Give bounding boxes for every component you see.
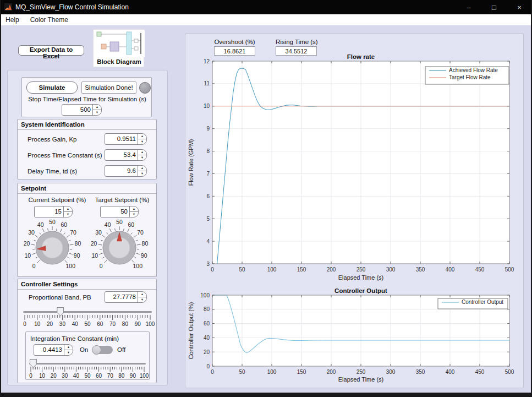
svg-text:0: 0 xyxy=(206,363,210,369)
spinner-up-button[interactable]: ▲ xyxy=(64,345,73,350)
stop-time-spinner[interactable]: 500 ▲ ▼ xyxy=(62,104,102,116)
flow-rate-chart: 0501001502002503003504004505003456789101… xyxy=(185,53,524,284)
setpoint-panel: Setpoint Current Setpoint (%) Target Set… xyxy=(17,183,157,277)
svg-text:70: 70 xyxy=(70,229,76,236)
spinner-down-button[interactable]: ▼ xyxy=(64,212,72,217)
svg-text:5: 5 xyxy=(206,216,210,222)
integration-time-spinner[interactable]: 0.4413 ▲ ▼ xyxy=(34,344,73,356)
svg-text:100: 100 xyxy=(65,263,75,269)
svg-text:10: 10 xyxy=(204,103,210,109)
proportional-band-slider[interactable]: 0102030405060708090100 xyxy=(23,306,152,328)
svg-text:80: 80 xyxy=(75,240,81,247)
spinner-down-button[interactable]: ▼ xyxy=(138,139,146,144)
spinner-buttons: ▲ ▼ xyxy=(63,206,72,217)
export-data-button[interactable]: Export Data to Excel xyxy=(18,45,84,56)
svg-text:30: 30 xyxy=(28,229,35,236)
block-diagram-thumbnail[interactable] xyxy=(94,30,145,57)
svg-text:450: 450 xyxy=(475,369,485,375)
spinner-down-button[interactable]: ▼ xyxy=(138,297,146,302)
svg-text:10: 10 xyxy=(24,252,31,259)
spinner-down-button[interactable]: ▼ xyxy=(130,212,138,217)
svg-text:0: 0 xyxy=(32,263,36,269)
spinner-up-button[interactable]: ▲ xyxy=(138,134,146,139)
svg-text:Elapsed Time (s): Elapsed Time (s) xyxy=(338,376,384,383)
process-time-constant-input[interactable]: 53.4 xyxy=(105,150,138,160)
spinner-up-button[interactable]: ▲ xyxy=(138,292,146,297)
svg-text:30: 30 xyxy=(95,229,102,236)
slider-tick-label: 10 xyxy=(31,321,44,327)
stop-time-input[interactable]: 500 xyxy=(62,105,92,115)
spinner-up-button[interactable]: ▲ xyxy=(138,150,146,155)
integration-switch[interactable] xyxy=(93,346,113,354)
current-setpoint-knob[interactable]: 0102030405060708090100 xyxy=(20,219,85,276)
spinner-buttons: ▲ ▼ xyxy=(138,134,146,144)
target-setpoint-spinner[interactable]: 50 ▲ ▼ xyxy=(100,206,139,217)
simulation-lamp xyxy=(139,82,151,94)
svg-text:80: 80 xyxy=(142,240,149,247)
target-setpoint-knob[interactable]: 0102030405060708090100 xyxy=(87,219,152,276)
svg-text:Controller Output: Controller Output xyxy=(334,287,387,294)
spinner-up-button[interactable]: ▲ xyxy=(93,105,101,110)
delay-time-spinner[interactable]: 9.6 ▲ ▼ xyxy=(105,165,147,177)
rising-time-label: Rising Time (s) xyxy=(276,39,317,45)
svg-text:20: 20 xyxy=(24,240,30,247)
current-setpoint-input[interactable]: 15 xyxy=(35,206,63,217)
spinner-up-button[interactable]: ▲ xyxy=(64,206,72,212)
current-setpoint-spinner[interactable]: 15 ▲ ▼ xyxy=(34,206,73,217)
svg-text:3: 3 xyxy=(206,261,210,267)
svg-text:40: 40 xyxy=(105,221,111,228)
maximize-button[interactable]: □ xyxy=(481,0,507,14)
close-button[interactable]: × xyxy=(507,0,532,14)
svg-text:300: 300 xyxy=(386,369,396,375)
delay-time-input[interactable]: 9.6 xyxy=(105,166,138,176)
menu-color-theme[interactable]: Color Theme xyxy=(25,14,74,25)
integration-time-slider[interactable]: 0102030405060708090100 xyxy=(29,357,146,379)
svg-text:7: 7 xyxy=(206,171,210,177)
switch-thumb[interactable] xyxy=(92,345,101,355)
svg-text:90: 90 xyxy=(74,252,80,259)
spinner-buttons: ▲ ▼ xyxy=(138,292,146,302)
svg-text:0: 0 xyxy=(211,369,214,375)
spinner-down-button[interactable]: ▼ xyxy=(138,155,146,160)
setpoint-title: Setpoint xyxy=(18,183,156,194)
spinner-down-button[interactable]: ▼ xyxy=(138,171,146,176)
process-gain-input[interactable]: 0.9511 xyxy=(105,134,138,144)
process-gain-spinner[interactable]: 0.9511 ▲ ▼ xyxy=(105,133,147,145)
process-time-constant-spinner[interactable]: 53.4 ▲ ▼ xyxy=(105,149,147,161)
svg-text:10: 10 xyxy=(91,252,98,259)
svg-text:Achieved Flow Rate: Achieved Flow Rate xyxy=(449,67,498,73)
svg-text:40: 40 xyxy=(204,335,210,341)
overshoot-label: Overshoot (%) xyxy=(214,39,255,45)
proportional-band-spinner[interactable]: 27.7778 ▲ ▼ xyxy=(105,291,147,303)
proportional-band-input[interactable]: 27.7778 xyxy=(105,292,138,302)
slider-track[interactable] xyxy=(23,311,152,313)
svg-text:60: 60 xyxy=(128,221,134,228)
svg-text:40: 40 xyxy=(37,221,44,228)
svg-text:0: 0 xyxy=(100,263,103,269)
svg-text:100: 100 xyxy=(200,292,210,298)
title-bar: MQ_SimView_Flow Control Simulation – □ × xyxy=(0,0,532,14)
spinner-down-button[interactable]: ▼ xyxy=(64,350,73,355)
svg-text:50: 50 xyxy=(116,219,123,225)
spinner-up-button[interactable]: ▲ xyxy=(138,166,146,171)
window-frame-bottom xyxy=(0,393,532,397)
slider-track[interactable] xyxy=(29,363,146,365)
svg-text:60: 60 xyxy=(204,320,210,327)
svg-text:100: 100 xyxy=(133,263,142,269)
minimize-button[interactable]: – xyxy=(456,0,481,14)
spinner-up-button[interactable]: ▲ xyxy=(130,206,138,212)
slider-tick-label: 50 xyxy=(81,321,94,327)
simulate-button[interactable]: Simulate xyxy=(26,81,78,94)
svg-text:6: 6 xyxy=(206,193,210,199)
integration-time-input[interactable]: 0.4413 xyxy=(34,345,64,355)
spinner-down-button[interactable]: ▼ xyxy=(93,110,101,115)
menu-help[interactable]: Help xyxy=(0,14,25,25)
target-setpoint-input[interactable]: 50 xyxy=(101,206,129,217)
proportional-band-label: Proportional Band, PB xyxy=(29,294,91,301)
svg-text:Controller Output: Controller Output xyxy=(462,299,503,305)
simulate-group: Simulate Simulation Done! Stop Time/Elap… xyxy=(21,77,152,117)
svg-text:250: 250 xyxy=(357,369,366,375)
svg-text:50: 50 xyxy=(239,267,245,273)
svg-text:50: 50 xyxy=(49,219,56,225)
svg-text:8: 8 xyxy=(206,148,210,154)
